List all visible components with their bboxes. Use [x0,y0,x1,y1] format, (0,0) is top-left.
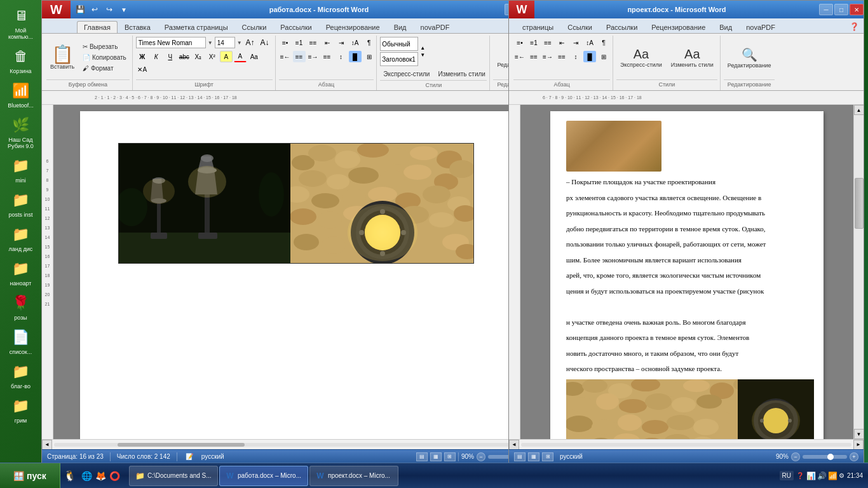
taskbar-item-word1[interactable]: W работа.docx – Micro... [219,466,308,486]
styles-up[interactable]: ▲ [420,45,425,51]
grim-icon[interactable]: 📁 грим [2,393,40,426]
multilevel-2[interactable]: ≡≡ [541,37,554,48]
scroll-down-2[interactable]: ▼ [854,429,864,439]
multilevel-button[interactable]: ≡≡ [307,37,320,48]
zoom-in-2[interactable]: + [850,452,858,461]
font-size-dropdown[interactable]: ▼ [237,40,242,46]
h-scroll-track-1[interactable] [54,443,537,447]
taskbar-opera[interactable]: ⭕ [107,463,121,489]
tab2-view[interactable]: Вид [712,21,739,33]
scroll-left-1[interactable]: ◄ [42,440,52,450]
taskbar-item-explorer[interactable]: 📁 C:\Documents and S... [129,466,218,486]
tab-layout-1[interactable]: Разметка страницы [158,21,235,33]
view-btn-3[interactable]: ⊞ [444,452,456,461]
document-page-2[interactable]: – Покрытие площадок на участке проектиро… [550,111,824,439]
font-size-input[interactable]: 14 [215,37,235,48]
help-button-2[interactable]: ❓ [848,20,860,33]
numbering-2[interactable]: ≡1 [527,37,540,48]
bluetooth-icon[interactable]: 📶 Bluetoof... [2,78,40,111]
borders-2[interactable]: ⊞ [597,51,610,62]
scroll-up-2[interactable]: ▲ [854,105,864,115]
font-name-dropdown[interactable]: ▼ [208,40,213,46]
font-grow-button[interactable]: A↑ [244,37,257,48]
view-btn-1[interactable]: ▤ [416,452,428,461]
bold-button[interactable]: Ж [136,51,149,62]
tab-home-1[interactable]: Главная [77,21,118,33]
line-spacing-2[interactable]: ↕ [569,51,582,62]
editing-btn-2[interactable]: 🔍 Редактирование [724,44,775,71]
underline-button[interactable]: Ч [164,51,177,62]
express-styles-2[interactable]: Aa Экспресс-стили [616,44,666,71]
tab-mail-1[interactable]: Рассылки [273,21,318,33]
quick-access-redo[interactable]: ↪ [103,3,116,16]
express-styles-button[interactable]: Экспресс-стили [380,69,433,79]
format-copy-button[interactable]: 🖌 Формат [79,64,130,73]
basket-icon[interactable]: 🗑 Корзина [2,44,40,77]
mini-icon[interactable]: 📁 mini [2,153,40,186]
scroll-left-2[interactable]: ◄ [509,440,519,450]
quick-access-menu[interactable]: ▼ [118,3,130,16]
change-style-2[interactable]: Aa Изменить стили [667,44,717,71]
tab-review-1[interactable]: Рецензирование [319,21,387,33]
language-indicator[interactable]: RU [780,471,794,480]
italic-button[interactable]: К [150,51,163,62]
office-button-1[interactable]: W [42,1,71,18]
garden-icon[interactable]: 🌿 Наш Сад Рубин 9.0 [2,112,40,152]
quick-access-save[interactable]: 💾 [74,3,86,16]
taskbar-chrome[interactable]: 🌐 [79,463,93,489]
tab-view-1[interactable]: Вид [387,21,414,33]
borders-button[interactable]: ⊞ [363,51,376,62]
zoom-slider-2[interactable] [803,455,847,459]
font-shrink-button[interactable]: A↓ [259,37,271,48]
show-marks-2[interactable]: ¶ [597,37,610,48]
maximize-button-2[interactable]: □ [834,4,848,15]
cut-button[interactable]: ✂ Вырезать [79,42,130,51]
align-left-2[interactable]: ≡← [513,51,526,62]
paste-button[interactable]: 📋 Вставить [46,43,78,72]
help-icon[interactable]: ❓ [796,472,804,479]
tray-icon-4[interactable]: ⚙ [839,472,844,479]
start-button[interactable]: 🪟 пуск [0,463,60,489]
h-scroll-track-2[interactable] [521,443,851,447]
taskbar-icons[interactable]: 🐧 [60,463,79,489]
show-marks-button[interactable]: ¶ [363,37,376,48]
taskbar-ff[interactable]: 🦊 [93,463,107,489]
styles-down[interactable]: ▼ [420,52,425,58]
tab2-nova[interactable]: novaPDF [739,21,782,33]
view-btn-2-1[interactable]: ▤ [514,452,526,461]
minimize-button-2[interactable]: ─ [819,4,833,15]
case-button[interactable]: Aa [248,51,261,62]
roses-icon[interactable]: 🌹 розы [2,290,40,323]
office-button-2[interactable]: W [509,1,534,18]
close-button-2[interactable]: ✕ [850,4,864,15]
view-btn-2[interactable]: ▦ [430,452,442,461]
quick-access-undo[interactable]: ↩ [88,3,101,16]
zoom-out-btn-1[interactable]: − [477,452,485,461]
tab2-review[interactable]: Рецензирование [644,21,712,33]
tray-icon-1[interactable]: 📊 [806,471,816,480]
tab-refs-1[interactable]: Ссылки [235,21,274,33]
strikethrough-button[interactable]: abc [178,51,191,62]
tray-icon-3[interactable]: 📶 [828,471,837,480]
copy-button[interactable]: 📄 Копировать [79,53,130,62]
superscript-button[interactable]: X² [206,51,219,62]
taskbar-item-word2[interactable]: W проект.docx – Micro... [309,466,398,486]
shading-button[interactable]: █ [349,51,362,62]
tab-insert-1[interactable]: Вставка [118,21,158,33]
change-styles-button[interactable]: Изменить стили [435,69,488,79]
tab2-refs[interactable]: Ссылки [560,21,599,33]
scroll-right-2[interactable]: ► [853,440,864,450]
scroll-thumb-2[interactable] [855,178,864,229]
bullets-2[interactable]: ≡• [513,37,526,48]
text-highlight-button[interactable]: A [220,51,233,62]
subscript-button[interactable]: X₂ [192,51,205,62]
normal-style[interactable]: Обычный [380,37,418,51]
nanoart-icon[interactable]: 📁 наноарт [2,256,40,289]
heading1-style[interactable]: Заголовок1 [380,52,418,66]
justify-button[interactable]: ≡≡ [321,51,334,62]
text-color-button[interactable]: A [234,51,247,62]
align-center-button[interactable]: ≡≡ [293,51,306,62]
document-page-1[interactable] [80,111,512,439]
sort-button[interactable]: ↕A [349,37,362,48]
bullets-button[interactable]: ≡• [279,37,292,48]
